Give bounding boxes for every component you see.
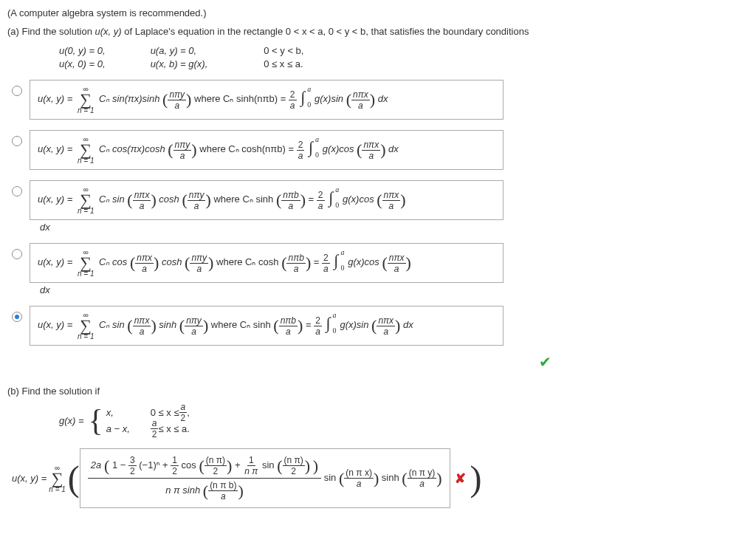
- option-2[interactable]: u(x, y) = ∞∑n = 1 Cₙ cos(πx)cosh (nπya) …: [12, 130, 749, 170]
- part-a-prompt: (a) Find the solution u(x, y) of Laplace…: [7, 26, 749, 37]
- radio-3[interactable]: [12, 186, 22, 196]
- option-5[interactable]: u(x, y) = ∞∑n = 1 Cₙ sin (nπxa) sinh (nπ…: [12, 306, 749, 346]
- gx-definition: g(x) = { x, 0 ≤ x ≤ a2 , a − x, a2 ≤ x ≤…: [59, 403, 749, 438]
- option-3-formula: u(x, y) = ∞∑n = 1 Cₙ sin (nπxa) cosh (nπ…: [30, 180, 504, 220]
- sigma-icon: ∞∑n = 1: [78, 185, 94, 215]
- checkmark-icon: ✔: [539, 353, 749, 371]
- big-close-paren: ): [470, 464, 482, 493]
- option-2-formula: u(x, y) = ∞∑n = 1 Cₙ cos(πx)cosh (nπya) …: [30, 130, 504, 170]
- bc-23: 0 ≤ x ≤ a.: [264, 58, 303, 69]
- o3-dx: dx: [40, 222, 504, 233]
- final-uxy: u(x, y) =: [12, 473, 47, 484]
- radio-5[interactable]: [12, 312, 22, 322]
- radio-4[interactable]: [12, 249, 22, 259]
- o1-prefix: Cₙ sin(πx)sinh: [99, 94, 159, 105]
- left-brace-icon: {: [89, 403, 103, 438]
- part-b-prompt: (b) Find the solution if: [7, 386, 749, 397]
- radio-2[interactable]: [12, 136, 22, 146]
- intro-text: (A computer algebra system is recommende…: [7, 7, 749, 18]
- option-1-formula: u(x, y) = ∞∑n = 1 Cₙ sin(πx)sinh (nπya) …: [30, 80, 504, 120]
- o1-where: where Cₙ sinh(nπb) =: [194, 94, 289, 105]
- bc-11: u(0, y) = 0,: [59, 44, 148, 58]
- option-group: u(x, y) = ∞∑n = 1 Cₙ sin(πx)sinh (nπya) …: [7, 80, 749, 371]
- sigma-icon: ∞∑n = 1: [78, 248, 94, 278]
- radio-1[interactable]: [12, 86, 22, 96]
- pa-rect: 0 < x < a, 0 < y < b,: [286, 26, 368, 37]
- option-5-formula: u(x, y) = ∞∑n = 1 Cₙ sin (nπxa) sinh (nπ…: [30, 306, 504, 346]
- o4-dx: dx: [40, 284, 504, 295]
- integral-icon: ∫a0: [334, 251, 338, 270]
- integral-icon: ∫a0: [300, 88, 305, 107]
- cross-icon: ✘: [450, 470, 470, 487]
- sigma-icon: ∞∑n = 1: [78, 311, 94, 340]
- bc-13: 0 < y < b,: [264, 45, 303, 56]
- pa-post: that satisfies the boundary conditions: [371, 26, 529, 37]
- piece1-left: x,: [106, 407, 151, 418]
- gx-label: g(x) =: [59, 415, 84, 426]
- big-open-paren: (: [68, 464, 80, 493]
- o1-uxy: u(x, y) =: [38, 94, 75, 105]
- bc-22: u(x, b) = g(x),: [151, 58, 261, 71]
- pa-uxy: u(x, y): [95, 26, 122, 37]
- final-answer-input[interactable]: 2a ( 1 − 32 (−1)ⁿ + 12 cos ((n π)2) + 1n…: [80, 448, 450, 508]
- piece2-left: a − x,: [106, 423, 151, 434]
- pa-pre: (a) Find the solution: [7, 26, 95, 37]
- sigma-icon: ∞∑n = 1: [78, 85, 94, 114]
- integral-icon: ∫a0: [309, 138, 313, 157]
- integral-icon: ∫a0: [326, 314, 331, 333]
- bc-21: u(x, 0) = 0,: [59, 58, 148, 71]
- option-4[interactable]: u(x, y) = ∞∑n = 1 Cₙ cos (nπxa) cosh (nπ…: [12, 243, 749, 295]
- option-4-formula: u(x, y) = ∞∑n = 1 Cₙ cos (nπxa) cosh (nπ…: [30, 243, 504, 283]
- boundary-conditions: u(0, y) = 0, u(a, y) = 0, 0 < y < b, u(x…: [59, 44, 749, 71]
- bc-12: u(a, y) = 0,: [151, 44, 261, 58]
- integral-icon: ∫a0: [329, 188, 333, 208]
- final-answer-row: u(x, y) = ∞∑n = 1 ( 2a ( 1 − 32 (−1)ⁿ + …: [12, 448, 749, 508]
- pa-mid: of Laplace's equation in the rectangle: [124, 26, 286, 37]
- option-3[interactable]: u(x, y) = ∞∑n = 1 Cₙ sin (nπxa) cosh (nπ…: [12, 180, 749, 233]
- sigma-icon: ∞∑n = 1: [78, 135, 94, 165]
- option-1[interactable]: u(x, y) = ∞∑n = 1 Cₙ sin(πx)sinh (nπya) …: [12, 80, 749, 120]
- sigma-icon: ∞∑n = 1: [49, 464, 66, 493]
